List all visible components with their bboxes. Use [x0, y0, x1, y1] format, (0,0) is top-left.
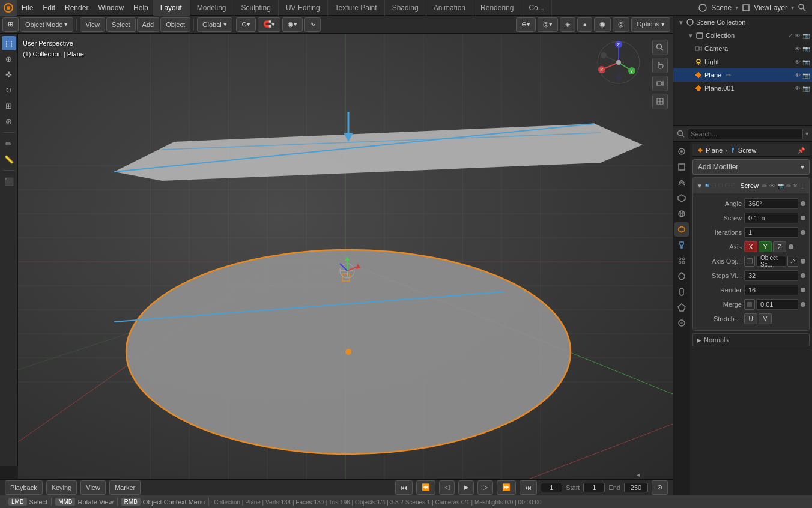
prop-tab-modifier[interactable]: [674, 238, 689, 252]
jump-start-btn[interactable]: ⏮: [395, 480, 413, 495]
add-modifier-btn[interactable]: Add Modifier ▾: [692, 159, 810, 175]
step-fwd-btn[interactable]: ⏩: [497, 480, 516, 495]
play-btn[interactable]: ▶: [458, 480, 474, 495]
render-steps-input[interactable]: 16: [744, 285, 798, 295]
steps-vi-input[interactable]: 32: [744, 270, 798, 281]
mod-close-icon[interactable]: ✕: [793, 183, 798, 189]
tab-texture-paint[interactable]: Texture Paint: [328, 0, 385, 16]
merge-checkbox[interactable]: [744, 299, 755, 310]
move-btn[interactable]: ✜: [2, 67, 16, 82]
cursor-btn[interactable]: ⊕: [2, 52, 16, 66]
plane001-render-icon[interactable]: 📷: [802, 85, 810, 92]
scale-btn[interactable]: ⊞: [2, 98, 16, 113]
axis-obj-value[interactable]: Object Sc...: [756, 256, 786, 267]
snap-btn[interactable]: 🧲▾: [258, 17, 280, 32]
axis-dot[interactable]: [789, 244, 793, 249]
transform-btn[interactable]: Global▾: [197, 17, 232, 32]
menu-window[interactable]: Window: [93, 0, 129, 16]
outliner-camera[interactable]: Camera 👁 📷: [673, 42, 812, 55]
angle-value-input[interactable]: 360°: [744, 198, 798, 209]
screw-dot[interactable]: [801, 216, 805, 220]
step-next-btn[interactable]: ▷: [477, 480, 493, 495]
stretch-v-btn[interactable]: V: [759, 313, 772, 324]
annotate-btn[interactable]: ✏: [2, 136, 16, 151]
prop-tab-world[interactable]: [674, 207, 689, 221]
breadcrumb-screw[interactable]: Screw: [738, 147, 757, 154]
prop-tab-output[interactable]: [674, 160, 689, 174]
plane-eye-icon[interactable]: 👁: [795, 72, 801, 79]
viewport-grid-icon[interactable]: [652, 94, 668, 109]
mode-select-btn[interactable]: Object Mode ▾: [20, 17, 73, 32]
pivot-btn[interactable]: ⊙▾: [236, 17, 256, 32]
viewport-expand-handle[interactable]: ◂: [633, 470, 643, 479]
render-dot[interactable]: [801, 288, 805, 292]
normals-section[interactable]: ▶ Normals: [693, 334, 809, 346]
viewport-3d[interactable]: User Perspective (1) Collection | Plane …: [18, 34, 673, 479]
scene-expand[interactable]: ▾: [735, 4, 738, 11]
outliner-plane[interactable]: Plane ✏ 👁 📷: [673, 68, 812, 82]
viewport-zoom-icon[interactable]: [652, 40, 668, 55]
properties-search-input[interactable]: [688, 129, 803, 139]
object-menu-btn[interactable]: Object: [160, 17, 190, 32]
mod-deform-icon[interactable]: [725, 181, 729, 190]
tab-rendering[interactable]: Rendering: [473, 0, 521, 16]
mod-more-icon[interactable]: ⋮: [799, 183, 805, 189]
tab-co[interactable]: Co...: [521, 0, 551, 16]
add-menu-btn[interactable]: Add: [137, 17, 160, 32]
tab-animation[interactable]: Animation: [426, 0, 473, 16]
fps-btn[interactable]: ⊙: [652, 480, 668, 495]
playback-menu-btn[interactable]: Playback: [5, 480, 43, 495]
mod-render-icon2[interactable]: 📷: [777, 183, 784, 189]
mod-realtime-icon[interactable]: 👁: [769, 183, 775, 189]
outliner-scene-collection[interactable]: ▼ Scene Collection: [673, 16, 812, 29]
keying-menu-btn[interactable]: Keying: [46, 480, 77, 495]
collection-eye-icon[interactable]: 👁: [795, 32, 801, 39]
light-eye-icon[interactable]: 👁: [795, 59, 801, 65]
prop-tab-object[interactable]: [674, 222, 689, 237]
plane-render-icon[interactable]: 📷: [802, 72, 810, 79]
axis-y-btn[interactable]: Y: [759, 241, 772, 252]
gizmo-btn[interactable]: ⊕▾: [516, 17, 536, 32]
axis-obj-color-picker[interactable]: [744, 256, 755, 267]
mod-gen-icon[interactable]: [718, 181, 723, 190]
proportional-btn[interactable]: ◉▾: [282, 17, 303, 32]
viewport-camera-icon[interactable]: [652, 76, 668, 91]
breadcrumb-plane[interactable]: Plane: [706, 147, 723, 154]
prop-tab-render[interactable]: [674, 144, 689, 159]
overlay-btn[interactable]: ◎▾: [538, 17, 558, 32]
light-render-icon[interactable]: 📷: [802, 59, 810, 65]
collection-render-icon[interactable]: 📷: [802, 32, 810, 39]
xray-btn[interactable]: ◈: [560, 17, 575, 32]
iterations-dot[interactable]: [801, 230, 805, 235]
viewlayer-expand[interactable]: ▾: [791, 4, 794, 11]
jump-end-btn[interactable]: ⏭: [520, 480, 537, 495]
merge-dot[interactable]: [801, 302, 805, 307]
angle-dot[interactable]: [801, 201, 805, 206]
tab-sculpting[interactable]: Sculpting: [234, 0, 279, 16]
falloff-btn[interactable]: ∿: [304, 17, 321, 32]
mod-collapse-arrow[interactable]: ▼: [697, 183, 703, 189]
viewport-shading-render[interactable]: ◎: [613, 17, 629, 32]
prop-tab-material[interactable]: [674, 316, 689, 330]
menu-help[interactable]: Help: [129, 0, 153, 16]
outliner-collection[interactable]: ▼ Collection ✓ 👁 📷: [673, 29, 812, 42]
select-tool-btn[interactable]: ⬚: [2, 36, 16, 50]
view-menu-btn[interactable]: View: [80, 17, 105, 32]
mod-other-icon[interactable]: [732, 181, 736, 190]
prop-tab-physics[interactable]: [674, 269, 689, 283]
prop-tab-scene[interactable]: [674, 191, 689, 205]
menu-edit[interactable]: Edit: [38, 0, 60, 16]
breadcrumb-pin-icon[interactable]: 📌: [798, 147, 805, 154]
tab-modeling[interactable]: Modeling: [190, 0, 234, 16]
end-frame-input[interactable]: 250: [624, 483, 648, 492]
iterations-value-input[interactable]: 1: [744, 227, 798, 238]
prop-tab-constraints[interactable]: [674, 285, 689, 299]
collection-check-icon[interactable]: ✓: [788, 32, 793, 39]
prop-tab-particles[interactable]: [674, 253, 689, 268]
axis-obj-pick-btn[interactable]: [787, 256, 798, 267]
tab-uv-editing[interactable]: UV Editing: [279, 0, 328, 16]
axis-obj-dot[interactable]: [801, 259, 805, 264]
transform-tool-btn[interactable]: ⊛: [2, 114, 16, 129]
axis-x-btn[interactable]: X: [744, 241, 757, 252]
properties-filter-icon[interactable]: ▾: [805, 130, 808, 137]
